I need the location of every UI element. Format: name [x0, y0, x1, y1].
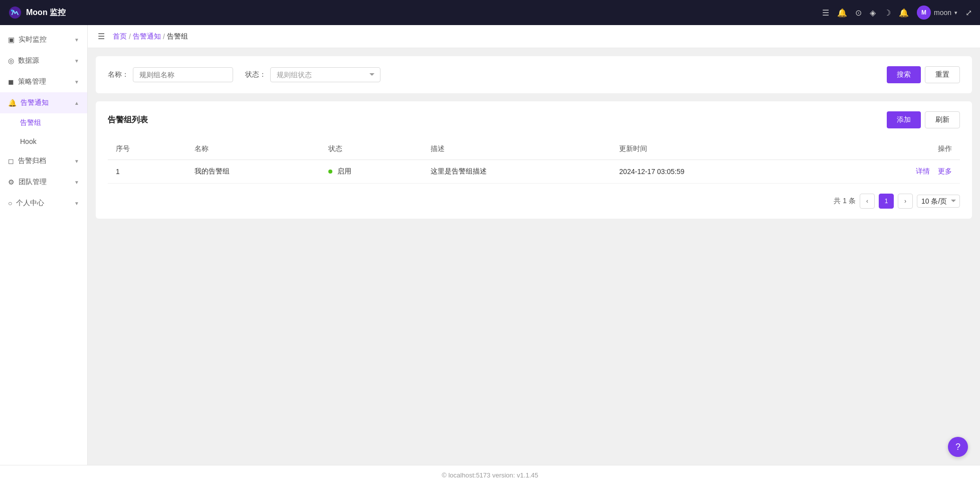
- chevron-strategy: ▼: [74, 79, 79, 85]
- content-area: ☰ 首页 / 告警通知 / 告警组 名称： 状态： 规则组状态: [88, 25, 980, 465]
- strategy-icon: ◼: [8, 78, 14, 86]
- expand-icon[interactable]: ⤢: [965, 8, 972, 18]
- filter-buttons: 搜索 重置: [887, 66, 960, 83]
- breadcrumb-sep-1: /: [129, 33, 131, 41]
- sidebar-sub-item-alert-group[interactable]: 告警组: [0, 113, 87, 132]
- menu-icon[interactable]: ☰: [822, 8, 829, 18]
- help-fab-icon: ?: [955, 442, 960, 452]
- sidebar-item-alert-archive[interactable]: ◻ 告警归档 ▼: [0, 150, 87, 172]
- cell-updated-at: 2024-12-17 03:05:59: [611, 160, 824, 184]
- prev-page-button[interactable]: ‹: [860, 194, 875, 209]
- col-updated-at: 更新时间: [611, 138, 824, 160]
- team-icon: ⚙: [8, 178, 15, 186]
- sidebar-item-realtime[interactable]: ▣ 实时监控 ▼: [0, 29, 87, 50]
- breadcrumb-home[interactable]: 首页: [113, 32, 127, 41]
- sidebar: ▣ 实时监控 ▼ ◎ 数据源 ▼ ◼ 策略管理 ▼ 🔔 告警通知: [0, 25, 88, 465]
- bell-sidebar-icon: 🔔: [8, 99, 17, 107]
- sidebar-item-team-mgmt[interactable]: ⚙ 团队管理 ▼: [0, 172, 87, 193]
- cell-id: 1: [108, 160, 186, 184]
- sidebar-sub-label-hook: Hook: [20, 137, 37, 145]
- detail-link[interactable]: 详情: [916, 167, 930, 175]
- monitor-icon: ▣: [8, 36, 15, 44]
- refresh-button[interactable]: 刷新: [925, 111, 960, 128]
- pagination: 共 1 条 ‹ 1 › 10 条/页 20 条/页 50 条/页: [108, 194, 960, 209]
- sidebar-label-realtime: 实时监控: [19, 35, 47, 44]
- sidebar-item-alert-notify[interactable]: 🔔 告警通知 ▲: [0, 92, 87, 113]
- table-row: 1 我的告警组 启用 这里是告警组描述 2024-12-17 03:05:59 …: [108, 160, 960, 184]
- layout: ▣ 实时监控 ▼ ◎ 数据源 ▼ ◼ 策略管理 ▼ 🔔 告警通知: [0, 25, 980, 465]
- github-icon[interactable]: ⊙: [855, 8, 862, 18]
- filter-status-select[interactable]: 规则组状态: [270, 67, 380, 82]
- datasource-icon: ◎: [8, 57, 14, 65]
- svg-point-1: [11, 10, 13, 12]
- add-button[interactable]: 添加: [887, 111, 921, 128]
- sidebar-label-strategy: 策略管理: [18, 77, 46, 86]
- chevron-datasource: ▼: [74, 58, 79, 64]
- sidebar-item-datasource[interactable]: ◎ 数据源 ▼: [0, 50, 87, 71]
- table-header-actions: 添加 刷新: [887, 111, 960, 128]
- person-icon: ○: [8, 199, 12, 207]
- chevron-realtime: ▼: [74, 37, 79, 43]
- sidebar-item-strategy[interactable]: ◼ 策略管理 ▼: [0, 71, 87, 92]
- sidebar-sub-label-alert-group: 告警组: [20, 118, 41, 127]
- reset-button[interactable]: 重置: [925, 66, 960, 83]
- search-button[interactable]: 搜索: [887, 66, 921, 83]
- cell-description: 这里是告警组描述: [423, 160, 612, 184]
- table-header-row: 序号 名称 状态 描述 更新时间 操作: [108, 138, 960, 160]
- col-description: 描述: [423, 138, 612, 160]
- table-header: 告警组列表 添加 刷新: [108, 111, 960, 128]
- breadcrumb-sep-2: /: [163, 33, 165, 41]
- filter-card: 名称： 状态： 规则组状态 搜索 重置: [96, 56, 972, 93]
- sidebar-sub-item-hook[interactable]: Hook: [0, 132, 87, 150]
- more-link[interactable]: 更多: [938, 167, 952, 175]
- next-page-button[interactable]: ›: [898, 194, 913, 209]
- avatar: M: [917, 6, 931, 20]
- archive-icon: ◻: [8, 157, 14, 165]
- cell-status: 启用: [320, 160, 423, 184]
- chevron-alert-archive: ▼: [74, 158, 79, 164]
- filter-name-input[interactable]: [133, 67, 233, 82]
- app-title: Moon 监控: [26, 8, 66, 18]
- status-dot-enabled: [328, 170, 332, 174]
- col-name: 名称: [186, 138, 320, 160]
- filter-name-group: 名称：: [108, 67, 233, 82]
- moon-icon[interactable]: ☽: [884, 8, 891, 18]
- breadcrumb-bar: ☰ 首页 / 告警通知 / 告警组: [88, 25, 980, 48]
- sidebar-label-team-mgmt: 团队管理: [19, 178, 47, 187]
- breadcrumb-current: 告警组: [167, 32, 188, 41]
- user-dropdown-icon[interactable]: ▾: [954, 10, 957, 16]
- bell-icon[interactable]: 🔔: [837, 8, 847, 18]
- cell-name: 我的告警组: [186, 160, 320, 184]
- status-text: 启用: [337, 167, 351, 175]
- sidebar-label-alert-notify: 告警通知: [21, 98, 49, 107]
- user-info[interactable]: M moon ▾: [917, 6, 957, 20]
- table-title: 告警组列表: [108, 115, 148, 125]
- alert-group-table: 序号 名称 状态 描述 更新时间 操作 1 我的告警组: [108, 138, 960, 184]
- notification-bell-icon[interactable]: 🔔: [899, 8, 909, 18]
- filter-status-group: 状态： 规则组状态: [245, 67, 380, 82]
- filter-name-label: 名称：: [108, 70, 129, 79]
- top-header: Moon 监控 ☰ 🔔 ⊙ ◈ ☽ 🔔 M moon ▾ ⤢: [0, 0, 980, 25]
- cell-actions: 详情 更多: [824, 160, 960, 184]
- main-content: 名称： 状态： 规则组状态 搜索 重置 告警组列表: [88, 48, 980, 465]
- col-id: 序号: [108, 138, 186, 160]
- breadcrumb-parent[interactable]: 告警通知: [133, 32, 161, 41]
- sidebar-label-personal: 个人中心: [16, 199, 44, 208]
- sidebar-toggle-icon[interactable]: ☰: [98, 32, 105, 41]
- help-fab[interactable]: ?: [948, 437, 968, 457]
- footer: © localhost:5173 version: v1.1.45: [0, 465, 980, 485]
- sidebar-label-datasource: 数据源: [18, 56, 39, 65]
- layers-icon[interactable]: ◈: [870, 8, 876, 18]
- page-size-select[interactable]: 10 条/页 20 条/页 50 条/页: [917, 195, 960, 208]
- chevron-team-mgmt: ▼: [74, 180, 79, 185]
- filter-status-label: 状态：: [245, 70, 266, 79]
- chevron-alert-notify: ▲: [74, 100, 79, 106]
- username: moon: [934, 9, 951, 17]
- pagination-total: 共 1 条: [834, 197, 856, 206]
- logo-icon: [8, 6, 22, 20]
- chevron-personal: ▼: [74, 201, 79, 206]
- footer-text: © localhost:5173 version: v1.1.45: [442, 471, 538, 479]
- table-card: 告警组列表 添加 刷新 序号 名称 状态 描述 更新时间: [96, 101, 972, 219]
- sidebar-item-personal[interactable]: ○ 个人中心 ▼: [0, 193, 87, 214]
- page-1-button[interactable]: 1: [879, 194, 894, 209]
